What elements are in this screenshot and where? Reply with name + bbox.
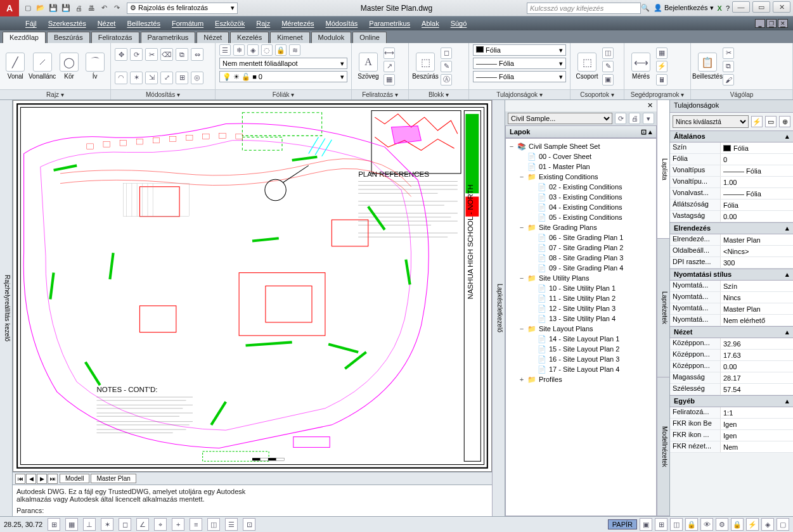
- tree-item[interactable]: −📁Existing Conditions: [507, 172, 655, 182]
- ungroup-icon[interactable]: ◫: [602, 48, 614, 59]
- tab-next-button[interactable]: ▶: [37, 474, 47, 484]
- circle-tool[interactable]: ◯Kör: [58, 53, 81, 80]
- menu-parametrikus[interactable]: Parametrikus: [369, 20, 410, 27]
- group-edit-icon[interactable]: ✎: [602, 61, 614, 72]
- tree-item[interactable]: 📄10 - Site Utility Plan 1: [507, 283, 655, 293]
- leader-icon[interactable]: ↗: [384, 61, 395, 72]
- sheet-group-collapse-icon[interactable]: ⊡ ▴: [641, 128, 652, 136]
- menu-ablak[interactable]: Ablak: [422, 20, 439, 27]
- prop-value[interactable]: 57.54: [721, 384, 793, 395]
- polar-toggle[interactable]: ✶: [101, 518, 113, 531]
- panel-layers-label[interactable]: Fóliák ▾: [216, 89, 351, 99]
- prop-value[interactable]: 1.00: [721, 177, 793, 187]
- layer-props-icon[interactable]: ☰: [219, 44, 231, 56]
- dyn-toggle[interactable]: +: [172, 518, 184, 531]
- menu-rajz[interactable]: Rajz: [256, 20, 270, 27]
- prop-value[interactable]: <Nincs>: [721, 246, 793, 256]
- panel-block-label[interactable]: Blokk ▾: [409, 89, 468, 99]
- prop-row[interactable]: ÁtlátszóságFólia: [670, 200, 793, 211]
- sheet-set-manager-tab[interactable]: Lapkészletkezelő: [492, 100, 505, 516]
- qp-toggle[interactable]: ☰: [225, 518, 238, 531]
- prop-row[interactable]: Feliratozá...1:1: [670, 407, 793, 419]
- tree-item[interactable]: 📄11 - Site Utility Plan 2: [507, 293, 655, 303]
- prop-row[interactable]: Magasság28.17: [670, 372, 793, 384]
- arc-tool[interactable]: ⌒Ív: [83, 53, 106, 80]
- create-block-icon[interactable]: ◻: [441, 48, 452, 59]
- exchange-icon[interactable]: X: [718, 4, 722, 12]
- prop-value[interactable]: 0.00: [721, 361, 793, 372]
- prop-row[interactable]: Szélesség57.54: [670, 384, 793, 395]
- menu-beillesztés[interactable]: Beillesztés: [127, 20, 160, 27]
- prop-row[interactable]: Középpon...0.00: [670, 361, 793, 372]
- calc-icon[interactable]: 🖩: [656, 74, 667, 86]
- toolbar-lock-icon[interactable]: 🔒: [731, 518, 744, 531]
- tab-last-button[interactable]: ⏭: [48, 474, 58, 484]
- color-dropdown[interactable]: Fólia▾: [473, 44, 566, 56]
- toggle-pickadd-icon[interactable]: ⊕: [779, 116, 790, 127]
- menu-méretezés[interactable]: Méretezés: [281, 20, 314, 27]
- sheet-panel-close-icon[interactable]: ✕: [645, 101, 654, 110]
- menu-formátum[interactable]: Formátum: [172, 20, 203, 27]
- prop-value[interactable]: 0.00: [721, 211, 793, 222]
- prop-value[interactable]: ——— Fólia: [721, 188, 793, 199]
- prop-row[interactable]: FKR nézet...Nem: [670, 441, 793, 453]
- prop-row[interactable]: Vonalvast...——— Fólia: [670, 188, 793, 200]
- close-button[interactable]: ✕: [773, 1, 790, 13]
- prop-row[interactable]: Középpon...32.96: [670, 338, 793, 350]
- mdi-minimize-button[interactable]: _: [755, 19, 765, 28]
- line-tool[interactable]: ╱Vonal: [4, 53, 27, 80]
- mdi-close-button[interactable]: ✕: [778, 19, 788, 28]
- cut-icon[interactable]: ✂: [723, 48, 734, 59]
- prop-row[interactable]: Elrendezé...Master Plan: [670, 234, 793, 246]
- tree-item[interactable]: 📄04 - Existing Conditions: [507, 202, 655, 212]
- ducs-toggle[interactable]: ⌖: [154, 518, 167, 531]
- tab-prev-button[interactable]: ◀: [26, 474, 36, 484]
- copy-icon[interactable]: ⧉: [176, 48, 188, 61]
- prop-row[interactable]: Nyomtatá...Master Plan: [670, 303, 793, 315]
- layer-dropdown[interactable]: 💡 ☀ 🔓 ■ 0▾: [219, 71, 347, 82]
- insert-tool[interactable]: ⬚Beszúrás: [413, 53, 438, 80]
- scale-icon[interactable]: ⤢: [160, 72, 173, 84]
- sheet-options-icon[interactable]: ▾: [643, 113, 654, 124]
- prop-value[interactable]: Igen: [721, 430, 793, 441]
- fillet-icon[interactable]: ◠: [115, 72, 127, 84]
- model-paper-toggle[interactable]: PAPÍR: [608, 519, 637, 529]
- panel-utilities-label[interactable]: Segédprogramok ▾: [624, 89, 690, 99]
- ribbon-tab-beszúrás[interactable]: Beszúrás: [47, 32, 90, 43]
- menu-szerkesztés[interactable]: Szerkesztés: [48, 20, 86, 27]
- annotation-visibility-icon[interactable]: 👁: [700, 518, 713, 531]
- tab-first-button[interactable]: ⏮: [15, 474, 25, 484]
- tree-item[interactable]: −📁Site Utility Plans: [507, 273, 655, 283]
- print-preview-icon[interactable]: 🖶: [86, 3, 96, 13]
- sign-in-button[interactable]: 👤 Bejelentkezés ▾: [654, 4, 714, 12]
- ribbon-tab-kezdőlap[interactable]: Kezdőlap: [3, 32, 46, 43]
- explode-icon[interactable]: ✶: [130, 72, 143, 84]
- sheet-set-selector[interactable]: Civil Sample...: [508, 113, 612, 124]
- layout-tab[interactable]: Master Plan: [91, 474, 136, 483]
- ribbon-tab-online[interactable]: Online: [352, 32, 387, 43]
- quick-select-icon[interactable]: ⚡: [751, 116, 763, 127]
- prop-row[interactable]: FKR ikon ...Igen: [670, 430, 793, 441]
- vtab-sheet-list[interactable]: Laplista: [657, 100, 669, 239]
- sc-toggle[interactable]: ⊡: [243, 518, 255, 531]
- ribbon-tab-kimenet[interactable]: Kimenet: [270, 32, 309, 43]
- lwt-toggle[interactable]: ≡: [190, 518, 202, 531]
- refresh-icon[interactable]: ⟳: [615, 113, 626, 124]
- expand-icon[interactable]: −: [519, 325, 525, 332]
- prop-row[interactable]: Középpon...17.63: [670, 350, 793, 361]
- linetype-dropdown[interactable]: ——— Fólia▾: [473, 58, 566, 69]
- tree-item[interactable]: 📄15 - Site Layout Plan 2: [507, 344, 655, 354]
- grid-toggle[interactable]: ▦: [65, 518, 78, 531]
- ribbon-tab-nézet[interactable]: Nézet: [197, 32, 229, 43]
- expand-icon[interactable]: −: [519, 274, 525, 282]
- model-tab[interactable]: Modell: [60, 474, 89, 483]
- ribbon-tab-kezelés[interactable]: Kezelés: [230, 32, 269, 43]
- sheet-tree[interactable]: −📚 Civil Sample Sheet Set 📄00 - Cover Sh…: [505, 138, 657, 516]
- transparency-toggle[interactable]: ◫: [207, 518, 220, 531]
- mdi-restore-button[interactable]: ❐: [766, 19, 777, 28]
- select-all-icon[interactable]: ▦: [656, 48, 667, 59]
- prop-row[interactable]: Oldalbeáll...<Nincs>: [670, 246, 793, 257]
- panel-groups-label[interactable]: Csoportok ▾: [571, 89, 624, 99]
- vtab-model-views[interactable]: Modellnézetek: [657, 377, 669, 516]
- menu-fájl[interactable]: Fájl: [25, 20, 37, 27]
